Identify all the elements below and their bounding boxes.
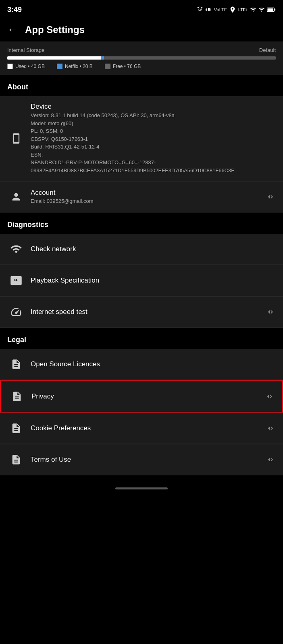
playback-spec-content: Playback Specification <box>25 277 276 285</box>
internet-speed-item[interactable]: Internet speed test <box>0 297 283 328</box>
status-icons: VoLTE LTE+ <box>196 6 276 13</box>
svg-rect-1 <box>275 9 275 11</box>
legend-free: Free • 76 GB <box>105 64 141 69</box>
about-title: About <box>7 83 28 91</box>
volte-icon: VoLTE <box>214 7 227 12</box>
diagnostics-section-header: Diagnostics <box>0 213 283 234</box>
vibrate-icon <box>206 6 212 13</box>
account-content: Account Email: 039525@gmail.com <box>25 189 267 205</box>
battery-icon <box>267 7 276 12</box>
storage-bar-free <box>104 56 276 60</box>
legend-free-label: Free • 76 GB <box>113 64 141 69</box>
open-source-content: Open Source Licences <box>25 360 276 368</box>
legend-used: Used • 40 GB <box>7 64 45 69</box>
terms-of-use-content: Terms of Use <box>25 456 267 464</box>
privacy-item[interactable]: Privacy <box>0 380 283 413</box>
account-title: Account <box>31 189 267 197</box>
status-time: 3:49 <box>7 6 22 14</box>
storage-legend: Used • 40 GB Netflix • 20 B Free • 76 GB <box>7 64 276 69</box>
legend-netflix-dot <box>57 64 62 69</box>
storage-bar-used <box>7 56 101 60</box>
playback-spec-item[interactable]: Playback Specification <box>0 265 283 296</box>
page-title: App Settings <box>25 24 85 35</box>
device-version: Version: 8.31.1 build 14 (code 50243), O… <box>31 112 175 118</box>
storage-bar <box>7 56 276 60</box>
device-pl: PL: 0, SSM: 0 <box>31 128 63 134</box>
legend-used-label: Used • 40 GB <box>15 64 45 69</box>
internet-speed-title: Internet speed test <box>31 308 267 316</box>
playback-spec-icon <box>7 272 25 289</box>
internet-speed-content: Internet speed test <box>25 308 267 316</box>
device-title: Device <box>31 103 276 111</box>
hotspot-icon <box>229 6 236 13</box>
cookie-prefs-arrow <box>267 424 276 433</box>
status-bar: 3:49 VoLTE LTE+ <box>0 0 283 18</box>
legal-section-header: Legal <box>0 328 283 349</box>
internet-speed-arrow <box>267 308 276 316</box>
legend-free-dot <box>105 64 110 69</box>
check-network-content: Check network <box>25 245 276 253</box>
legend-used-dot <box>7 64 13 69</box>
device-cbspv: CBSPV: Q6150-17263-1 <box>31 136 88 142</box>
back-button[interactable]: ← <box>7 23 18 36</box>
cookie-prefs-item[interactable]: Cookie Preferences <box>0 413 283 444</box>
legal-list: Open Source Licences Privacy Cookie Pref… <box>0 349 283 475</box>
check-network-icon <box>7 240 25 258</box>
privacy-arrow <box>266 392 275 401</box>
terms-of-use-title: Terms of Use <box>31 456 267 464</box>
privacy-icon <box>8 388 26 405</box>
legend-netflix: Netflix • 20 B <box>57 64 93 69</box>
account-email: Email: 039525@gmail.com <box>31 198 267 205</box>
cookie-prefs-icon <box>7 419 25 437</box>
diagnostics-list: Check network Playback Specification Int… <box>0 234 283 328</box>
legend-netflix-label: Netflix • 20 B <box>65 64 93 69</box>
signal2-icon <box>258 6 265 13</box>
open-source-icon <box>7 355 25 373</box>
device-esn: NFANDROID1-PRV-P-MOTORMOTO=G=60=-12887-0… <box>31 159 234 173</box>
account-item[interactable]: Account Email: 039525@gmail.com <box>0 182 283 213</box>
playback-spec-title: Playback Specification <box>31 277 276 285</box>
open-source-title: Open Source Licences <box>31 360 276 368</box>
lte-icon: LTE+ <box>238 8 248 12</box>
storage-default: Default <box>259 47 276 53</box>
device-info: Version: 8.31.1 build 14 (code 50243), O… <box>31 111 276 174</box>
terms-of-use-icon <box>7 451 25 469</box>
device-content: Device Version: 8.31.1 build 14 (code 50… <box>25 103 276 174</box>
device-icon <box>7 130 25 147</box>
terms-of-use-item[interactable]: Terms of Use <box>0 444 283 475</box>
internet-speed-icon <box>7 303 25 321</box>
alarm-icon <box>196 6 204 13</box>
cookie-prefs-content: Cookie Preferences <box>25 424 267 432</box>
device-item: Device Version: 8.31.1 build 14 (code 50… <box>0 96 283 181</box>
open-source-item[interactable]: Open Source Licences <box>0 349 283 380</box>
svg-rect-2 <box>267 8 273 11</box>
device-build: Build: RRIS31.Q1-42-51-12-4 <box>31 144 100 150</box>
account-icon <box>7 188 25 206</box>
home-indicator <box>0 475 283 493</box>
terms-of-use-arrow <box>267 455 276 464</box>
device-model: Model: moto g(60) <box>31 120 73 126</box>
privacy-content: Privacy <box>26 392 266 400</box>
home-bar <box>115 487 168 489</box>
legal-title: Legal <box>7 336 26 344</box>
app-header: ← App Settings <box>0 18 283 41</box>
account-arrow <box>267 192 276 201</box>
about-section-header: About <box>0 75 283 96</box>
storage-label: Internal Storage <box>7 47 45 53</box>
device-esn-label: ESN: <box>31 152 43 158</box>
privacy-title: Privacy <box>31 392 266 400</box>
storage-bar-netflix <box>101 56 104 60</box>
check-network-item[interactable]: Check network <box>0 234 283 265</box>
check-network-title: Check network <box>31 245 276 253</box>
signal1-icon <box>250 6 256 13</box>
diagnostics-title: Diagnostics <box>7 221 48 229</box>
cookie-prefs-title: Cookie Preferences <box>31 424 267 432</box>
storage-section: Internal Storage Default Used • 40 GB Ne… <box>0 41 283 75</box>
about-list: Device Version: 8.31.1 build 14 (code 50… <box>0 96 283 213</box>
